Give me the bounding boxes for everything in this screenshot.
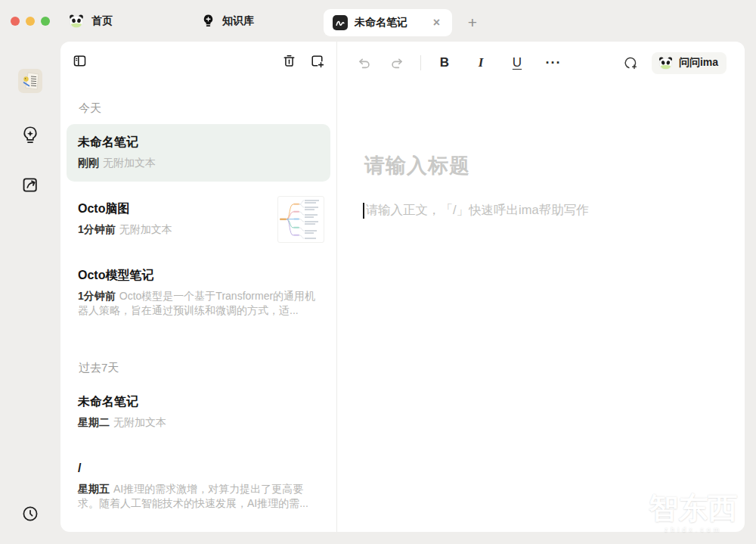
note-title: 未命名笔记 <box>78 135 319 150</box>
note-item-untitled-tuesday[interactable]: 未命名笔记 星期二无附加文本 <box>67 384 330 441</box>
notes-list-toolbar <box>60 42 336 68</box>
note-title: Octo脑图 <box>78 201 267 216</box>
more-formatting-icon[interactable]: ··· <box>545 55 562 71</box>
note-title: 未命名笔记 <box>78 394 319 409</box>
undo-icon[interactable] <box>355 55 372 71</box>
note-desc: 无附加文本 <box>113 416 166 428</box>
note-desc: AI推理的需求激增，对算力提出了更高要求。随着人工智能技术的快速发展，AI推理的… <box>78 483 308 509</box>
italic-button[interactable]: I <box>472 55 489 70</box>
main-card: 今天 未命名笔记 刚刚无附加文本 Octo脑图 1分钟前无附加文本 <box>60 42 745 532</box>
note-body-input[interactable]: 请输入正文，「/」快速呼出ima帮助写作 <box>363 202 589 219</box>
tab-note-label: 未命名笔记 <box>355 16 423 30</box>
history-clock-icon[interactable] <box>0 505 60 523</box>
tab-kb-label: 知识库 <box>222 14 254 28</box>
note-item-untitled-today[interactable]: 未命名笔记 刚刚无附加文本 <box>67 124 330 182</box>
note-time: 星期五 <box>78 483 110 495</box>
section-label-past7days: 过去7天 <box>79 361 330 375</box>
note-desc: 无附加文本 <box>103 157 156 169</box>
delete-note-icon[interactable] <box>282 54 296 68</box>
panda-icon <box>68 13 85 30</box>
note-icon <box>333 15 348 30</box>
body-placeholder-text: 请输入正文，「/」快速呼出ima帮助写作 <box>366 202 589 219</box>
panda-icon <box>658 55 674 71</box>
close-window-button[interactable] <box>11 17 20 26</box>
notes-list: 今天 未命名笔记 刚刚无附加文本 Octo脑图 1分钟前无附加文本 <box>60 101 336 522</box>
toolbar-separator <box>420 55 421 70</box>
notes-app-icon[interactable] <box>0 69 60 93</box>
note-title-input[interactable]: 请输入标题 <box>364 152 470 179</box>
tab-home-label: 首页 <box>91 14 113 28</box>
compose-note-icon[interactable] <box>0 175 60 194</box>
minimize-window-button[interactable] <box>26 17 35 26</box>
tab-home[interactable]: 首页 <box>68 0 113 42</box>
loop-plus-icon[interactable] <box>623 55 640 71</box>
note-time: 刚刚 <box>78 157 99 169</box>
note-desc: 无附加文本 <box>119 223 172 235</box>
bold-button[interactable]: B <box>436 55 453 70</box>
close-tab-icon[interactable]: × <box>430 15 443 30</box>
zoom-window-button[interactable] <box>41 17 50 26</box>
section-label-today: 今天 <box>79 101 330 116</box>
new-tab-button[interactable]: + <box>460 9 485 36</box>
notes-list-panel: 今天 未命名笔记 刚刚无附加文本 Octo脑图 1分钟前无附加文本 <box>60 42 337 532</box>
note-item-octo-model[interactable]: Octo模型笔记 1分钟前Octo模型是一个基于Transformer的通用机器… <box>67 257 330 329</box>
text-cursor <box>363 203 364 219</box>
left-dock <box>0 42 60 544</box>
note-time: 1分钟前 <box>78 223 116 235</box>
ask-ima-label: 问问ima <box>679 56 718 70</box>
note-item-slash[interactable]: / 星期五AI推理的需求激增，对算力提出了更高要求。随着人工智能技术的快速发展，… <box>67 450 330 522</box>
note-time: 1分钟前 <box>78 290 116 302</box>
note-item-octo-mindmap[interactable]: Octo脑图 1分钟前无附加文本 <box>67 191 330 248</box>
titlebar: 首页 知识库 未命名笔记 × + <box>0 0 756 42</box>
tab-note-active[interactable]: 未命名笔记 × <box>324 9 452 36</box>
mindmap-thumbnail <box>277 196 324 243</box>
editor-toolbar: B I U ··· <box>337 42 745 84</box>
lightbulb-icon <box>201 14 215 28</box>
note-title: Octo模型笔记 <box>78 268 319 283</box>
redo-icon[interactable] <box>389 55 405 71</box>
underline-button[interactable]: U <box>509 55 525 70</box>
toggle-sidebar-icon[interactable] <box>73 54 87 68</box>
note-title: / <box>78 461 319 476</box>
note-time: 星期二 <box>78 416 110 428</box>
new-note-icon[interactable] <box>310 54 324 68</box>
tab-knowledge-base[interactable]: 知识库 <box>201 0 254 42</box>
ask-ima-button[interactable]: 问问ima <box>652 52 727 74</box>
discover-lightbulb-icon[interactable] <box>0 125 60 145</box>
editor-panel: B I U ··· <box>337 42 745 532</box>
